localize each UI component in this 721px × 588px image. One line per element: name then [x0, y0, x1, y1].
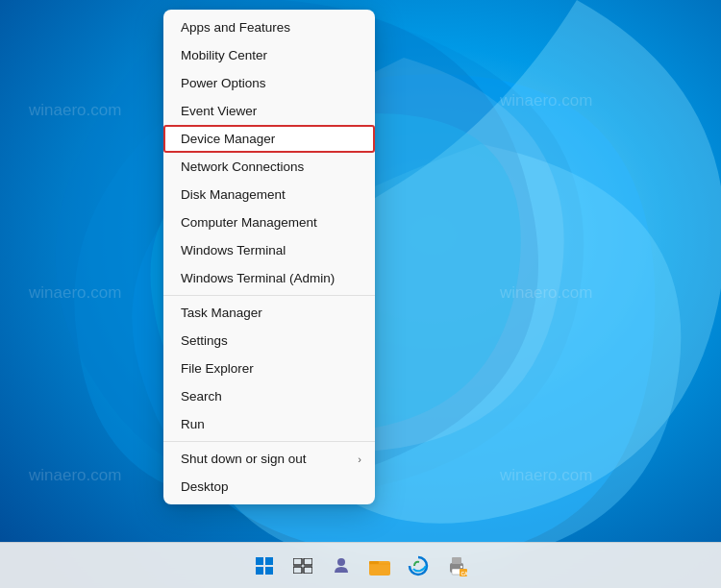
menu-item-label: Task Manager: [181, 306, 262, 320]
file-explorer-button[interactable]: [362, 549, 397, 583]
menu-item-label: Power Options: [181, 76, 266, 90]
teams-button[interactable]: [324, 549, 359, 583]
task-view-button[interactable]: [286, 549, 320, 583]
menu-item-apps-features[interactable]: Apps and Features: [163, 13, 375, 41]
menu-item-device-manager[interactable]: Device Manager: [163, 125, 375, 153]
menu-divider-1: [163, 295, 375, 296]
svg-rect-17: [304, 567, 312, 574]
menu-item-label: File Explorer: [181, 361, 254, 376]
menu-item-label: Shut down or sign out: [181, 452, 307, 466]
menu-item-label: Run: [181, 417, 205, 431]
svg-rect-16: [293, 567, 302, 574]
svg-text:winaero.com: winaero.com: [499, 91, 592, 110]
svg-text:winaero.com: winaero.com: [499, 466, 592, 484]
svg-rect-22: [452, 557, 461, 564]
svg-rect-20: [369, 561, 379, 564]
menu-item-power-options[interactable]: Power Options: [163, 69, 375, 97]
menu-item-label: Desktop: [181, 479, 229, 494]
menu-item-task-manager[interactable]: Task Manager: [163, 299, 375, 327]
menu-item-windows-terminal-admin[interactable]: Windows Terminal (Admin): [163, 264, 375, 292]
edge-button[interactable]: [401, 549, 435, 583]
svg-text:winaero.com: winaero.com: [28, 466, 121, 484]
menu-item-label: Computer Management: [181, 215, 317, 230]
menu-item-label: Settings: [181, 333, 228, 348]
svg-rect-14: [293, 558, 302, 565]
menu-item-label: Disk Management: [181, 187, 286, 202]
menu-divider-2: [163, 441, 375, 442]
svg-rect-12: [256, 567, 263, 575]
menu-item-label: Windows Terminal: [181, 243, 286, 257]
menu-item-event-viewer[interactable]: Event Viewer: [163, 97, 375, 125]
menu-item-label: Apps and Features: [181, 20, 290, 35]
menu-item-label: Device Manager: [181, 132, 275, 146]
taskbar: CAN: [0, 542, 721, 588]
svg-rect-13: [265, 567, 273, 575]
svg-text:winaero.com: winaero.com: [28, 101, 121, 119]
svg-text:winaero.com: winaero.com: [499, 283, 592, 302]
menu-item-disk-management[interactable]: Disk Management: [163, 181, 375, 208]
menu-item-windows-terminal[interactable]: Windows Terminal: [163, 236, 375, 264]
svg-rect-15: [304, 558, 312, 565]
printer-button[interactable]: CAN: [439, 549, 474, 583]
menu-item-file-explorer[interactable]: File Explorer: [163, 355, 375, 382]
menu-item-label: Windows Terminal (Admin): [181, 271, 335, 285]
menu-item-label: Network Connections: [181, 159, 304, 174]
menu-item-settings[interactable]: Settings: [163, 327, 375, 355]
menu-item-search[interactable]: Search: [163, 382, 375, 410]
menu-item-shut-down[interactable]: Shut down or sign out ›: [163, 445, 375, 473]
menu-item-computer-management[interactable]: Computer Management: [163, 208, 375, 236]
submenu-chevron-icon: ›: [358, 453, 361, 465]
menu-item-label: Event Viewer: [181, 104, 257, 118]
menu-item-label: Search: [181, 389, 222, 404]
svg-text:winaero.com: winaero.com: [28, 283, 121, 302]
svg-text:CAN: CAN: [461, 570, 468, 576]
menu-item-label: Mobility Center: [181, 48, 267, 62]
menu-item-network-connections[interactable]: Network Connections: [163, 153, 375, 181]
menu-item-run[interactable]: Run: [163, 410, 375, 438]
context-menu: Apps and Features Mobility Center Power …: [163, 10, 375, 504]
desktop: winaero.com winaero.com winaero.com wina…: [0, 0, 721, 588]
start-button[interactable]: [247, 549, 282, 583]
menu-item-desktop[interactable]: Desktop: [163, 473, 375, 501]
svg-rect-10: [256, 557, 263, 565]
menu-item-mobility-center[interactable]: Mobility Center: [163, 41, 375, 69]
svg-point-24: [460, 565, 462, 567]
svg-point-18: [337, 558, 345, 566]
svg-rect-11: [265, 557, 273, 565]
